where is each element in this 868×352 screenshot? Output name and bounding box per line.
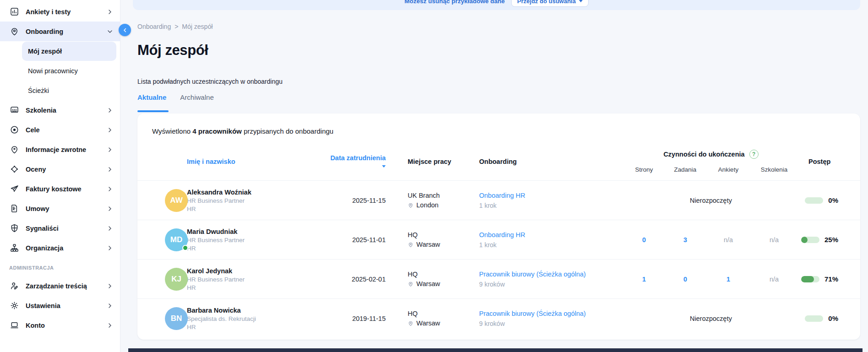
sidebar-item-label: Zarządzanie treścią bbox=[26, 282, 106, 290]
activity-strony-count[interactable]: 1 bbox=[624, 276, 664, 283]
sidebar-item-faktury-kosztowe[interactable]: Faktury kosztowe bbox=[0, 179, 120, 199]
sidebar-item-label: Faktury kosztowe bbox=[26, 185, 106, 193]
activity-strony-count[interactable]: 0 bbox=[624, 236, 664, 244]
gear-icon bbox=[9, 301, 19, 311]
sidebar-item-zarzadzanie-trescia[interactable]: Zarządzanie treścią bbox=[0, 276, 120, 296]
employee-name[interactable]: Barbara Nowicka bbox=[187, 307, 326, 314]
summary-count: 4 pracowników bbox=[192, 127, 242, 135]
progress-percent: 0% bbox=[828, 314, 838, 322]
shield-icon bbox=[9, 223, 19, 233]
chevron-right-icon bbox=[106, 322, 114, 329]
help-icon[interactable] bbox=[749, 150, 759, 159]
sidebar-item-oceny[interactable]: Oceny bbox=[0, 159, 120, 179]
table-row[interactable]: AW Aleksandra Woźniak HR Business Partne… bbox=[137, 180, 860, 220]
chevron-right-icon bbox=[106, 126, 114, 134]
column-header-strony: Strony bbox=[624, 166, 664, 173]
city: London bbox=[416, 201, 438, 209]
employee-name[interactable]: Aleksandra Woźniak bbox=[187, 189, 326, 196]
activity-ankiety-count[interactable]: 1 bbox=[706, 276, 750, 283]
avatar: AW bbox=[165, 189, 188, 212]
table-summary: Wyświetlono 4 pracowników przypisanych d… bbox=[152, 127, 860, 135]
activity-zadania-count[interactable]: 3 bbox=[664, 236, 706, 244]
column-header-szkolenia: Szkolenia bbox=[750, 166, 798, 173]
activity-szkolenia-count: n/a bbox=[750, 276, 798, 283]
sidebar-item-umowy[interactable]: Umowy bbox=[0, 199, 120, 218]
active-tab-indicator bbox=[137, 110, 169, 112]
onboarding-steps: 9 kroków bbox=[479, 320, 624, 327]
progress-percent: 0% bbox=[828, 196, 838, 204]
sidebar-subitem-nowi-pracownicy[interactable]: Nowi pracownicy bbox=[0, 61, 120, 81]
sidebar-item-informacje-zwrotne[interactable]: Informacje zwrotne bbox=[0, 140, 120, 159]
chevron-right-icon bbox=[106, 107, 114, 114]
workplace: HQ bbox=[408, 310, 470, 317]
employee-department: HR bbox=[187, 206, 326, 212]
table-row[interactable]: KJ Karol Jedynak HR Business Partner HR … bbox=[137, 259, 860, 298]
column-header-name[interactable]: Imię i nazwisko bbox=[187, 158, 326, 165]
sidebar-collapse-button[interactable] bbox=[119, 24, 131, 36]
sample-data-banner: Możesz usunąć przykładowe dane Przejdź d… bbox=[133, 0, 860, 10]
location-pin-icon bbox=[408, 281, 414, 287]
avatar: BN bbox=[165, 307, 188, 330]
table-row[interactable]: BN Barbara Nowicka Specjalista ds. Rekru… bbox=[137, 298, 860, 338]
sidebar-item-szkolenia[interactable]: Szkolenia bbox=[0, 100, 120, 120]
sidebar-item-label: Konto bbox=[26, 322, 106, 329]
chevron-right-icon bbox=[106, 185, 114, 193]
table-row[interactable]: MD Maria Dwudniak HR Business Partner HR… bbox=[137, 220, 860, 259]
employee-role: HR Business Partner bbox=[187, 276, 326, 283]
onboarding-link[interactable]: Onboarding HR bbox=[479, 192, 525, 199]
workplace: UK Branch bbox=[408, 192, 470, 199]
banner-action-button[interactable]: Przejdź do usuwania bbox=[511, 0, 589, 7]
onboarding-steps: 1 krok bbox=[479, 202, 624, 209]
hire-date: 2025-11-01 bbox=[326, 236, 386, 244]
sidebar: Ankiety i testy Onboarding Mój zespół No… bbox=[0, 0, 120, 352]
employee-name[interactable]: Maria Dwudniak bbox=[187, 228, 326, 235]
person-edit-icon bbox=[9, 281, 19, 291]
onboarding-link[interactable]: Onboarding HR bbox=[479, 231, 525, 238]
laptop-icon bbox=[9, 320, 19, 330]
sidebar-item-label: Szkolenia bbox=[26, 107, 106, 114]
sidebar-subitem-sciezki[interactable]: Ścieżki bbox=[0, 81, 120, 100]
progress-bar bbox=[805, 197, 823, 204]
sidebar-item-cele[interactable]: Cele bbox=[0, 120, 120, 140]
table-header: Imię i nazwisko Data zatrudnienia Miejsc… bbox=[137, 145, 860, 180]
page-subtitle: Lista podwładnych uczestniczących w onbo… bbox=[137, 78, 868, 85]
employee-department: HR bbox=[187, 245, 326, 252]
sidebar-section-administracja: ADMINISTRACJA bbox=[9, 265, 120, 271]
paper-plane-icon bbox=[9, 184, 19, 194]
column-header-zadania: Zadania bbox=[664, 166, 706, 173]
progress-bar bbox=[801, 237, 819, 243]
breadcrumb-parent[interactable]: Onboarding bbox=[137, 23, 171, 30]
subitem-label: Mój zespół bbox=[22, 42, 116, 61]
column-header-progress: Postęp bbox=[798, 158, 849, 165]
avatar-initials: KJ bbox=[171, 275, 181, 284]
employee-department: HR bbox=[187, 324, 326, 330]
column-header-hire-date[interactable]: Data zatrudnienia bbox=[326, 154, 386, 169]
onboarding-link[interactable]: Pracownik biurowy (Ścieżka ogólna) bbox=[479, 271, 586, 278]
employee-name[interactable]: Karol Jedynak bbox=[187, 267, 326, 275]
avatar-initials: MD bbox=[170, 235, 182, 244]
subitem-label: Ścieżki bbox=[22, 81, 116, 100]
activity-zadania-count[interactable]: 0 bbox=[664, 276, 706, 283]
sidebar-subitem-moj-zespol[interactable]: Mój zespół bbox=[0, 41, 120, 61]
banner-button-label: Przejdź do usuwania bbox=[517, 0, 576, 5]
city: Warsaw bbox=[416, 241, 440, 248]
onboarding-link[interactable]: Pracownik biurowy (Ścieżka ogólna) bbox=[479, 310, 586, 317]
location-pin-icon bbox=[9, 27, 19, 37]
sidebar-item-onboarding[interactable]: Onboarding bbox=[0, 22, 120, 41]
sidebar-item-ustawienia[interactable]: Ustawienia bbox=[0, 296, 120, 315]
sidebar-item-sygnalisci[interactable]: Sygnaliści bbox=[0, 218, 120, 238]
subitem-label: Nowi pracownicy bbox=[22, 61, 116, 81]
sidebar-item-organizacja[interactable]: Organizacja bbox=[0, 238, 120, 258]
tab-archiwalne[interactable]: Archiwalne bbox=[180, 93, 213, 103]
chevron-down-icon bbox=[106, 28, 114, 35]
main-content: Możesz usunąć przykładowe dane Przejdź d… bbox=[120, 0, 868, 344]
activity-szkolenia-count: n/a bbox=[750, 236, 798, 244]
employee-role: HR Business Partner bbox=[187, 237, 326, 244]
sidebar-item-ankiety-i-testy[interactable]: Ankiety i testy bbox=[0, 2, 120, 22]
diamond-icon bbox=[9, 164, 19, 174]
location-pin-icon bbox=[408, 242, 414, 248]
sidebar-item-label: Cele bbox=[26, 126, 106, 134]
tab-aktualne[interactable]: Aktualne bbox=[137, 93, 166, 103]
sidebar-item-label: Organizacja bbox=[26, 244, 106, 252]
sidebar-item-konto[interactable]: Konto bbox=[0, 315, 120, 335]
